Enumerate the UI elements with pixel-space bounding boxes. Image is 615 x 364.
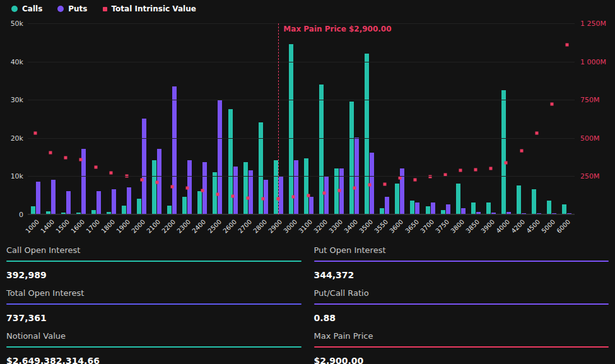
x-axis-label: 3550 xyxy=(373,218,390,235)
call-bar xyxy=(501,90,506,214)
put-bar xyxy=(476,212,481,214)
put-bar xyxy=(461,208,466,214)
y-axis-left-tick: 20k xyxy=(11,134,23,142)
call-bar xyxy=(304,158,308,214)
intrinsic-value-dot xyxy=(505,161,508,165)
put-bar xyxy=(567,213,571,214)
x-axis-label: 3100 xyxy=(297,218,313,235)
call-bar xyxy=(274,160,278,214)
put-bar xyxy=(36,182,40,214)
stat-value: $2,649,382,314.66 xyxy=(6,356,302,364)
legend-item-total-intrinsic-value[interactable]: Total Intrinsic Value xyxy=(103,4,196,13)
intrinsic-value-dot xyxy=(489,167,493,170)
call-bar xyxy=(410,201,414,214)
x-axis-label: 3200 xyxy=(313,218,329,235)
put-bar xyxy=(552,213,556,214)
stat-value: 0.88 xyxy=(314,313,609,323)
stat-label: Notional Value xyxy=(6,331,302,341)
y-axis-right-tick: 750M xyxy=(580,96,600,104)
stat-divider xyxy=(6,303,302,305)
call-bar xyxy=(107,212,111,214)
call-bar xyxy=(122,206,126,214)
put-bar xyxy=(142,119,146,214)
intrinsic-value-dot xyxy=(64,156,67,159)
legend-label: Calls xyxy=(22,4,42,13)
stat-value: 737,361 xyxy=(6,313,302,323)
legend-item-calls[interactable]: Calls xyxy=(11,4,42,13)
strike-group-4000: 4000 xyxy=(498,23,513,214)
put-bar xyxy=(522,213,526,214)
legend-marker-icon xyxy=(103,7,107,11)
call-bar xyxy=(76,213,81,214)
stat-call-open-interest: Call Open Interest392,989 xyxy=(6,237,302,280)
intrinsic-value-dot xyxy=(185,186,189,189)
intrinsic-value-dot xyxy=(398,177,401,180)
call-bar xyxy=(441,210,445,214)
strike-group-3900: 3900 xyxy=(483,23,498,214)
strike-group-3100: 3100 xyxy=(301,23,316,214)
x-axis-label: 1700 xyxy=(85,218,101,235)
call-bar xyxy=(61,213,66,214)
put-bar xyxy=(446,204,450,214)
stat-notional-value: Notional Value$2,649,382,314.66 xyxy=(6,323,302,364)
call-bar xyxy=(395,184,399,214)
strike-group-1900: 1900 xyxy=(119,23,134,214)
strike-group-3800: 3800 xyxy=(453,23,468,214)
call-bar xyxy=(137,199,141,214)
put-bar xyxy=(279,176,283,214)
put-bar xyxy=(294,160,298,214)
y-axis-right-tick: 1 000M xyxy=(580,57,606,66)
intrinsic-value-dot xyxy=(322,192,325,195)
x-axis-label: 3900 xyxy=(479,218,496,235)
put-bar xyxy=(66,191,71,214)
x-axis-label: 4500 xyxy=(525,218,542,235)
call-bar xyxy=(243,162,248,214)
stat-label: Put Open Interest xyxy=(314,245,609,255)
intrinsic-value-dot xyxy=(247,196,250,199)
call-bar xyxy=(167,206,172,214)
put-bar xyxy=(172,86,177,214)
intrinsic-value-dot xyxy=(459,169,462,172)
stat-label: Call Open Interest xyxy=(6,245,302,255)
strike-group-2500: 2500 xyxy=(210,23,225,214)
x-axis-label: 2900 xyxy=(267,218,283,235)
intrinsic-value-dot xyxy=(49,151,52,155)
strike-group-3600: 3600 xyxy=(392,23,407,214)
intrinsic-value-dot xyxy=(79,158,83,161)
stat-divider xyxy=(6,261,302,262)
x-axis-label: 1800 xyxy=(100,218,116,235)
call-bar xyxy=(426,206,430,214)
stat-value: $2,900.00 xyxy=(314,356,609,364)
strike-group-2200: 2200 xyxy=(165,23,180,214)
intrinsic-value-dot xyxy=(262,197,265,200)
call-bar xyxy=(349,102,354,214)
x-axis-label: 3400 xyxy=(343,218,360,235)
max-pain-line xyxy=(278,23,279,214)
call-bar xyxy=(471,203,476,214)
strike-group-4500: 4500 xyxy=(529,23,544,214)
x-axis-label: 1400 xyxy=(39,218,56,235)
strike-group-3400: 3400 xyxy=(347,23,362,214)
intrinsic-value-dot xyxy=(110,171,113,174)
strike-group-4200: 4200 xyxy=(514,23,529,214)
strike-group-3700: 3700 xyxy=(423,23,438,214)
put-bar xyxy=(97,191,101,214)
strike-group-1700: 1700 xyxy=(88,23,103,214)
stat-max-pain-price: Max Pain Price$2,900.00 xyxy=(314,323,609,364)
call-bar xyxy=(46,211,50,214)
stat-divider xyxy=(6,346,302,348)
intrinsic-value-dot xyxy=(520,149,523,152)
legend-item-puts[interactable]: Puts xyxy=(57,4,87,13)
x-axis-label: 3850 xyxy=(464,218,481,235)
strike-group-2300: 2300 xyxy=(180,23,195,214)
strike-group-3850: 3850 xyxy=(468,23,483,214)
x-axis-label: 2300 xyxy=(176,218,192,235)
strike-group-2700: 2700 xyxy=(240,23,255,214)
x-axis-label: 3600 xyxy=(389,218,405,235)
intrinsic-value-dot xyxy=(201,189,204,192)
stat-divider xyxy=(314,303,609,305)
call-bar xyxy=(228,109,233,214)
strike-group-6000: 6000 xyxy=(559,23,575,214)
strike-group-2100: 2100 xyxy=(149,23,165,214)
x-axis-label: 3700 xyxy=(419,218,435,235)
